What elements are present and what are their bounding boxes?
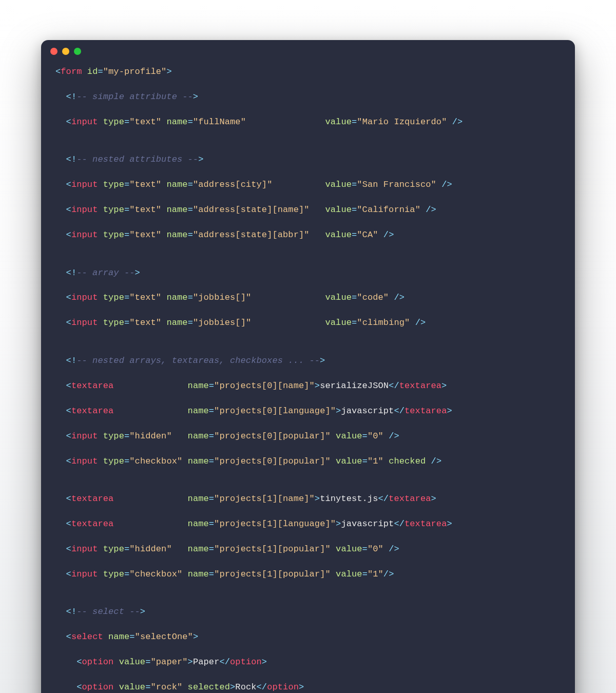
code-block: <form id="my-profile"> <!-- simple attri… bbox=[41, 63, 575, 693]
window-titlebar bbox=[41, 40, 575, 63]
zoom-icon[interactable] bbox=[74, 48, 81, 55]
code-window: <form id="my-profile"> <!-- simple attri… bbox=[41, 40, 575, 693]
minimize-icon[interactable] bbox=[62, 48, 69, 55]
close-icon[interactable] bbox=[50, 48, 57, 55]
